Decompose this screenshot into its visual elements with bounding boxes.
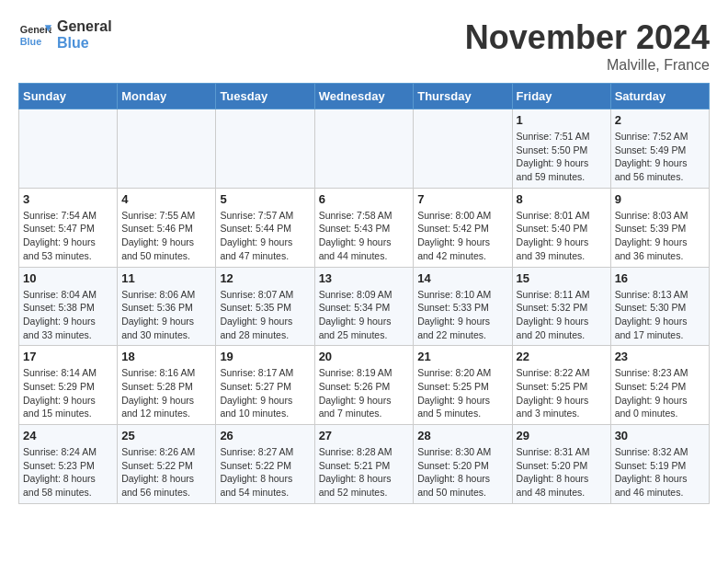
day-detail: Sunrise: 7:54 AM Sunset: 5:47 PM Dayligh… — [23, 209, 113, 263]
weekday-header-row: SundayMondayTuesdayWednesdayThursdayFrid… — [19, 84, 710, 109]
calendar-day-cell — [216, 109, 314, 189]
day-number: 10 — [23, 271, 113, 285]
day-number: 29 — [517, 429, 607, 442]
day-detail: Sunrise: 8:04 AM Sunset: 5:38 PM Dayligh… — [23, 288, 113, 342]
calendar-day-cell — [118, 109, 216, 189]
day-number: 9 — [615, 192, 705, 206]
day-number: 8 — [517, 192, 607, 206]
calendar-day-cell: 5Sunrise: 7:57 AM Sunset: 5:44 PM Daylig… — [216, 188, 314, 267]
calendar-day-cell: 3Sunrise: 7:54 AM Sunset: 5:47 PM Daylig… — [19, 188, 118, 267]
day-number: 18 — [121, 350, 211, 363]
day-detail: Sunrise: 8:28 AM Sunset: 5:21 PM Dayligh… — [319, 445, 410, 500]
calendar-day-cell: 17Sunrise: 8:14 AM Sunset: 5:29 PM Dayli… — [19, 346, 118, 425]
month-title: November 2024 — [465, 18, 710, 57]
calendar-table: SundayMondayTuesdayWednesdayThursdayFrid… — [18, 83, 710, 504]
day-detail: Sunrise: 8:07 AM Sunset: 5:35 PM Dayligh… — [220, 288, 310, 342]
day-number: 25 — [121, 429, 211, 442]
calendar-day-cell: 9Sunrise: 8:03 AM Sunset: 5:39 PM Daylig… — [610, 188, 709, 267]
calendar-day-cell: 23Sunrise: 8:23 AM Sunset: 5:24 PM Dayli… — [610, 346, 709, 425]
day-number: 27 — [319, 429, 410, 442]
day-detail: Sunrise: 8:14 AM Sunset: 5:29 PM Dayligh… — [23, 366, 113, 420]
calendar-day-cell — [314, 109, 414, 189]
weekday-header-cell: Thursday — [414, 84, 512, 109]
weekday-header-cell: Friday — [512, 84, 610, 109]
calendar-day-cell: 29Sunrise: 8:31 AM Sunset: 5:20 PM Dayli… — [512, 425, 610, 504]
day-detail: Sunrise: 8:30 AM Sunset: 5:20 PM Dayligh… — [417, 445, 507, 500]
day-detail: Sunrise: 8:19 AM Sunset: 5:26 PM Dayligh… — [319, 366, 410, 420]
day-detail: Sunrise: 8:32 AM Sunset: 5:19 PM Dayligh… — [615, 445, 705, 500]
day-detail: Sunrise: 8:01 AM Sunset: 5:40 PM Dayligh… — [517, 209, 607, 263]
title-section: November 2024 Malville, France — [465, 18, 710, 74]
day-detail: Sunrise: 8:06 AM Sunset: 5:36 PM Dayligh… — [121, 288, 211, 342]
calendar-day-cell: 20Sunrise: 8:19 AM Sunset: 5:26 PM Dayli… — [314, 346, 414, 425]
calendar-day-cell: 4Sunrise: 7:55 AM Sunset: 5:46 PM Daylig… — [118, 188, 216, 267]
day-number: 5 — [220, 192, 310, 206]
calendar-day-cell: 1Sunrise: 7:51 AM Sunset: 5:50 PM Daylig… — [512, 109, 610, 189]
calendar-day-cell: 30Sunrise: 8:32 AM Sunset: 5:19 PM Dayli… — [610, 425, 709, 504]
calendar-day-cell: 22Sunrise: 8:22 AM Sunset: 5:25 PM Dayli… — [512, 346, 610, 425]
day-detail: Sunrise: 8:11 AM Sunset: 5:32 PM Dayligh… — [517, 288, 607, 342]
day-number: 26 — [220, 429, 310, 442]
day-number: 30 — [615, 429, 705, 442]
day-detail: Sunrise: 8:26 AM Sunset: 5:22 PM Dayligh… — [121, 445, 211, 500]
day-number: 23 — [615, 350, 705, 363]
day-detail: Sunrise: 8:09 AM Sunset: 5:34 PM Dayligh… — [319, 288, 410, 342]
day-detail: Sunrise: 8:20 AM Sunset: 5:25 PM Dayligh… — [417, 366, 507, 420]
day-detail: Sunrise: 7:55 AM Sunset: 5:46 PM Dayligh… — [121, 209, 211, 263]
day-number: 15 — [517, 271, 607, 285]
day-number: 20 — [319, 350, 410, 363]
weekday-header-cell: Tuesday — [216, 84, 314, 109]
calendar-week-row: 24Sunrise: 8:24 AM Sunset: 5:23 PM Dayli… — [19, 425, 710, 504]
weekday-header-cell: Wednesday — [314, 84, 414, 109]
day-detail: Sunrise: 8:13 AM Sunset: 5:30 PM Dayligh… — [615, 288, 705, 342]
calendar-day-cell: 18Sunrise: 8:16 AM Sunset: 5:28 PM Dayli… — [118, 346, 216, 425]
day-detail: Sunrise: 8:27 AM Sunset: 5:22 PM Dayligh… — [220, 445, 310, 500]
day-number: 13 — [319, 271, 410, 285]
calendar-day-cell — [414, 109, 512, 189]
day-detail: Sunrise: 7:57 AM Sunset: 5:44 PM Dayligh… — [220, 209, 310, 263]
day-number: 1 — [517, 113, 607, 127]
day-number: 19 — [220, 350, 310, 363]
calendar-day-cell: 15Sunrise: 8:11 AM Sunset: 5:32 PM Dayli… — [512, 267, 610, 346]
day-detail: Sunrise: 8:31 AM Sunset: 5:20 PM Dayligh… — [517, 445, 607, 500]
calendar-day-cell: 26Sunrise: 8:27 AM Sunset: 5:22 PM Dayli… — [216, 425, 314, 504]
svg-text:Blue: Blue — [20, 36, 41, 47]
day-number: 14 — [417, 271, 507, 285]
calendar-day-cell: 12Sunrise: 8:07 AM Sunset: 5:35 PM Dayli… — [216, 267, 314, 346]
day-number: 11 — [121, 271, 211, 285]
day-detail: Sunrise: 8:00 AM Sunset: 5:42 PM Dayligh… — [417, 209, 507, 263]
calendar-day-cell: 6Sunrise: 7:58 AM Sunset: 5:43 PM Daylig… — [314, 188, 414, 267]
day-number: 6 — [319, 192, 410, 206]
day-detail: Sunrise: 7:51 AM Sunset: 5:50 PM Dayligh… — [517, 130, 607, 184]
day-number: 16 — [615, 271, 705, 285]
calendar-week-row: 3Sunrise: 7:54 AM Sunset: 5:47 PM Daylig… — [19, 188, 710, 267]
weekday-header-cell: Monday — [118, 84, 216, 109]
calendar-day-cell: 25Sunrise: 8:26 AM Sunset: 5:22 PM Dayli… — [118, 425, 216, 504]
calendar-day-cell: 19Sunrise: 8:17 AM Sunset: 5:27 PM Dayli… — [216, 346, 314, 425]
logo-icon: General Blue — [18, 18, 51, 52]
page-header: General Blue General Blue November 2024 … — [18, 18, 710, 74]
day-number: 28 — [417, 429, 507, 442]
calendar-day-cell: 14Sunrise: 8:10 AM Sunset: 5:33 PM Dayli… — [414, 267, 512, 346]
calendar-day-cell: 8Sunrise: 8:01 AM Sunset: 5:40 PM Daylig… — [512, 188, 610, 267]
calendar-day-cell: 11Sunrise: 8:06 AM Sunset: 5:36 PM Dayli… — [118, 267, 216, 346]
day-number: 3 — [23, 192, 113, 206]
calendar-day-cell: 28Sunrise: 8:30 AM Sunset: 5:20 PM Dayli… — [414, 425, 512, 504]
day-number: 12 — [220, 271, 310, 285]
day-number: 2 — [615, 113, 705, 127]
calendar-week-row: 1Sunrise: 7:51 AM Sunset: 5:50 PM Daylig… — [19, 109, 710, 189]
day-number: 4 — [121, 192, 211, 206]
calendar-day-cell: 27Sunrise: 8:28 AM Sunset: 5:21 PM Dayli… — [314, 425, 414, 504]
day-detail: Sunrise: 8:22 AM Sunset: 5:25 PM Dayligh… — [517, 366, 607, 420]
day-number: 22 — [517, 350, 607, 363]
day-number: 24 — [23, 429, 113, 442]
calendar-day-cell: 21Sunrise: 8:20 AM Sunset: 5:25 PM Dayli… — [414, 346, 512, 425]
calendar-day-cell: 13Sunrise: 8:09 AM Sunset: 5:34 PM Dayli… — [314, 267, 414, 346]
calendar-week-row: 17Sunrise: 8:14 AM Sunset: 5:29 PM Dayli… — [19, 346, 710, 425]
day-number: 17 — [23, 350, 113, 363]
day-number: 7 — [417, 192, 507, 206]
day-detail: Sunrise: 8:03 AM Sunset: 5:39 PM Dayligh… — [615, 209, 705, 263]
day-detail: Sunrise: 8:17 AM Sunset: 5:27 PM Dayligh… — [220, 366, 310, 420]
weekday-header-cell: Sunday — [19, 84, 118, 109]
day-detail: Sunrise: 8:16 AM Sunset: 5:28 PM Dayligh… — [121, 366, 211, 420]
